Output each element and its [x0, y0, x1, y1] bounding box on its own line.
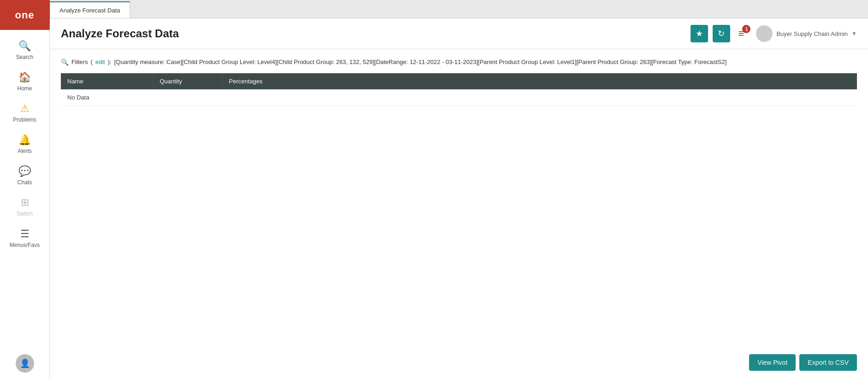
- tab-bar: Analyze Forecast Data: [50, 0, 868, 18]
- tab-label: Analyze Forecast Data: [59, 7, 120, 14]
- bottom-actions: View Pivot Export to CSV: [749, 354, 857, 371]
- col-header-name: Name: [61, 73, 153, 89]
- sidebar-item-label: Switch: [17, 210, 33, 217]
- sidebar-item-label: Alerts: [18, 148, 32, 154]
- switch-icon: ⊞: [21, 197, 29, 209]
- user-dropdown-arrow[interactable]: ▼: [851, 30, 857, 37]
- page-header: Analyze Forecast Data ★ ↻ ≡ 1 Buyer Supp…: [50, 18, 868, 49]
- user-section: Buyer Supply Chain Admin ▼: [756, 25, 857, 42]
- search-icon: 🔍: [18, 40, 31, 52]
- user-avatar: [756, 25, 773, 42]
- sidebar-item-chats[interactable]: 💬 Chats: [0, 159, 49, 190]
- sidebar-item-menus-favs[interactable]: ☰ Menus/Favs: [0, 222, 49, 253]
- notification-badge: 1: [742, 25, 750, 33]
- filter-icon: 🔍: [61, 58, 69, 66]
- app-logo[interactable]: one: [0, 0, 50, 30]
- chat-icon: 💬: [18, 165, 31, 177]
- sidebar-item-switch[interactable]: ⊞ Switch: [0, 190, 49, 222]
- col-header-percentages: Percentages: [222, 73, 857, 89]
- sidebar-item-label: Home: [17, 85, 32, 92]
- filters-label: Filters: [71, 58, 88, 65]
- sidebar-item-label: Problems: [13, 117, 36, 123]
- menu-notification-area: ≡ 1: [738, 28, 748, 40]
- header-actions: ★ ↻ ≡ 1 Buyer Supply Chain Admin ▼: [691, 25, 857, 42]
- refresh-button[interactable]: ↻: [713, 25, 730, 42]
- table-body: No Data: [61, 89, 857, 106]
- sidebar-item-label: Search: [16, 54, 33, 60]
- user-name: Buyer Supply Chain Admin: [776, 30, 848, 37]
- sidebar-item-search[interactable]: 🔍 Search: [0, 34, 49, 65]
- favorite-button[interactable]: ★: [691, 25, 708, 42]
- export-csv-button[interactable]: Export to CSV: [799, 354, 857, 371]
- filters-bar: 🔍 Filters (edit): [Quantity measure: Cas…: [61, 58, 857, 66]
- filters-edit-separator: (: [90, 58, 92, 65]
- sidebar-item-label: Chats: [18, 179, 32, 186]
- sidebar: one 🔍 Search 🏠 Home ⚠ Problems 🔔 Alerts …: [0, 0, 50, 380]
- page-title: Analyze Forecast Data: [61, 27, 179, 40]
- table-header-row: Name Quantity Percentages: [61, 73, 857, 89]
- home-icon: 🏠: [18, 71, 31, 83]
- data-table: Name Quantity Percentages No Data: [61, 73, 857, 106]
- table-header: Name Quantity Percentages: [61, 73, 857, 89]
- table-row-no-data: No Data: [61, 89, 857, 106]
- user-avatar-sidebar[interactable]: 👤: [16, 354, 34, 373]
- sidebar-item-alerts[interactable]: 🔔 Alerts: [0, 128, 49, 159]
- sidebar-item-home[interactable]: 🏠 Home: [0, 65, 49, 96]
- no-data-cell: No Data: [61, 89, 857, 106]
- col-header-quantity: Quantity: [153, 73, 222, 89]
- sidebar-item-problems[interactable]: ⚠ Problems: [0, 96, 49, 128]
- content-area: 🔍 Filters (edit): [Quantity measure: Cas…: [50, 49, 868, 380]
- logo-text: one: [15, 9, 34, 21]
- sidebar-item-label: Menus/Favs: [10, 242, 40, 248]
- main-area: Analyze Forecast Data Analyze Forecast D…: [50, 0, 868, 380]
- menu-icon: ☰: [20, 228, 30, 240]
- view-pivot-button[interactable]: View Pivot: [749, 354, 796, 371]
- filters-edit-separator-close: ):: [108, 58, 112, 65]
- tab-analyze-forecast[interactable]: Analyze Forecast Data: [50, 1, 130, 18]
- warning-icon: ⚠: [20, 103, 30, 115]
- bell-icon: 🔔: [18, 134, 31, 146]
- filters-text: [Quantity measure: Case][Child Product G…: [114, 58, 727, 65]
- filters-edit-link[interactable]: edit: [95, 58, 105, 65]
